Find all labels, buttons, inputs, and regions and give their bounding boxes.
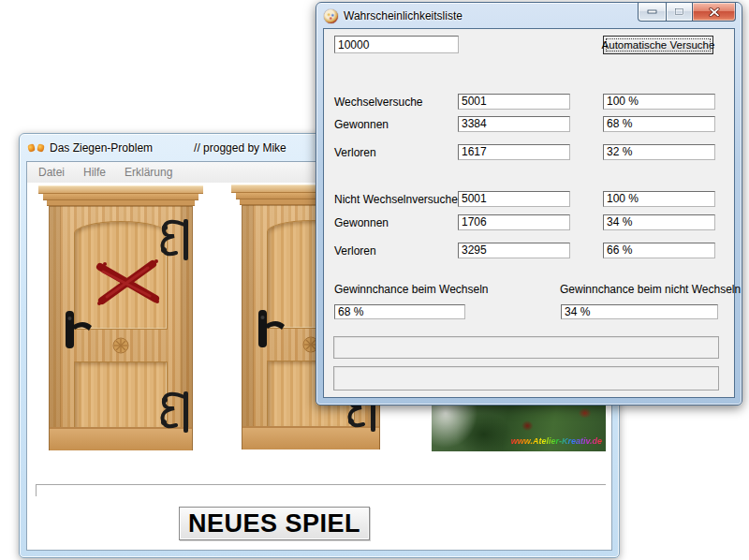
close-icon: [709, 7, 720, 17]
door-handle-icon: [257, 308, 286, 351]
door-cornice: [38, 185, 203, 194]
door-1[interactable]: [38, 185, 203, 450]
bottom-groupbox-edge: [36, 484, 606, 496]
photo-watermark: www.Atelier-Kreativ.de: [511, 436, 602, 446]
switch-lost-label: Verloren: [334, 146, 376, 159]
maximize-button[interactable]: [667, 3, 692, 22]
stay-trials-value[interactable]: 5001: [458, 191, 570, 207]
stay-lost-percent[interactable]: 66 %: [603, 243, 715, 258]
switch-won-percent[interactable]: 68 %: [603, 116, 715, 132]
stay-won-percent[interactable]: 34 %: [603, 214, 715, 230]
maximize-icon: [674, 7, 684, 16]
red-x-mark: [94, 258, 163, 307]
menu-erklaerung[interactable]: Erklärung: [115, 163, 182, 182]
chance-stay-label: Gewinnchance beim nicht Wechseln: [560, 283, 720, 296]
goat-icon: [28, 142, 44, 154]
probability-window-title: Wahrscheinlichkeitsliste: [344, 9, 463, 22]
door-hinge-icon: [155, 219, 189, 260]
rosette-ornament-icon: [112, 337, 129, 354]
door-lower-panel: [74, 361, 168, 429]
switch-won-label: Gewonnen: [334, 118, 389, 131]
app-icon: [324, 9, 338, 23]
auto-trials-button[interactable]: Automatische Versuche: [603, 36, 713, 54]
stay-lost-label: Verloren: [334, 244, 376, 258]
game-window-subtitle: // progged by Mike: [194, 141, 286, 155]
stay-trials-label: Nicht Wechselnversuche: [334, 193, 458, 206]
probability-window: Wahrscheinlichkeitsliste Automatische Ve…: [316, 2, 742, 405]
door-hinge-icon: [155, 391, 189, 433]
switch-won-value[interactable]: 3384: [458, 116, 570, 132]
minimize-button[interactable]: [638, 3, 667, 22]
switch-trials-label: Wechselversuche: [334, 96, 423, 109]
door-handle-icon: [64, 309, 94, 352]
progress-bar-stay: [333, 366, 719, 391]
progress-bar-switch: [333, 336, 719, 359]
switch-trials-percent[interactable]: 100 %: [603, 94, 715, 110]
new-game-button[interactable]: NEUES SPIEL: [179, 507, 370, 540]
switch-lost-percent[interactable]: 32 %: [603, 144, 715, 160]
stay-trials-percent[interactable]: 100 %: [603, 191, 715, 207]
caption-buttons: [638, 3, 736, 22]
trials-input[interactable]: [334, 36, 459, 53]
minimize-icon: [647, 9, 657, 14]
stay-lost-value[interactable]: 3295: [458, 243, 570, 258]
switch-lost-value[interactable]: 1617: [458, 144, 570, 160]
chance-switch-label: Gewinnchance beim Wechseln: [334, 283, 489, 296]
stay-won-value[interactable]: 1706: [458, 214, 570, 230]
menu-datei[interactable]: Datei: [29, 163, 74, 182]
switch-trials-value[interactable]: 5001: [458, 94, 570, 110]
game-window-title: Das Ziegen-Problem: [50, 141, 153, 155]
probability-client-area: Automatische Versuche Wechselversuche 50…: [324, 29, 734, 397]
close-button[interactable]: [692, 3, 736, 22]
stay-won-label: Gewonnen: [334, 216, 389, 229]
chance-switch-value[interactable]: 68 %: [334, 304, 465, 319]
chance-stay-value[interactable]: 34 %: [561, 304, 718, 319]
menu-hilfe[interactable]: Hilfe: [74, 163, 115, 182]
